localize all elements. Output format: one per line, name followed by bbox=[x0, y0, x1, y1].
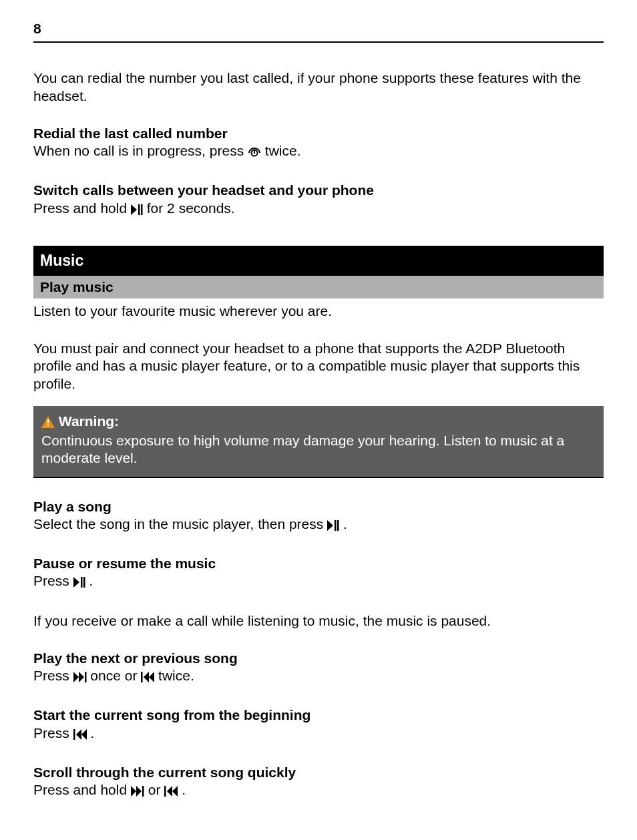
scroll-block: Scroll through the current song quickly … bbox=[33, 764, 604, 801]
restart-block: Start the current song from the beginnin… bbox=[33, 706, 604, 744]
svg-rect-12 bbox=[81, 577, 83, 588]
svg-marker-27 bbox=[167, 786, 172, 797]
intro-paragraph: You can redial the number you last calle… bbox=[33, 69, 604, 105]
redial-text-after: twice. bbox=[265, 143, 301, 158]
play-pause-icon bbox=[327, 517, 339, 535]
svg-marker-24 bbox=[136, 786, 142, 797]
play-song-after: . bbox=[343, 516, 347, 532]
svg-rect-20 bbox=[73, 729, 75, 740]
svg-rect-13 bbox=[83, 577, 85, 588]
svg-marker-28 bbox=[172, 786, 178, 797]
switch-text-before: Press and hold bbox=[33, 200, 131, 216]
svg-marker-2 bbox=[131, 204, 137, 215]
next-track-icon bbox=[73, 669, 87, 686]
warning-label: Warning: bbox=[59, 413, 119, 429]
warning-header: Warning: bbox=[41, 413, 596, 432]
pause-line: Press . bbox=[33, 572, 604, 592]
svg-rect-25 bbox=[142, 786, 144, 797]
svg-marker-21 bbox=[76, 729, 81, 740]
pause-after: . bbox=[89, 573, 93, 588]
svg-rect-10 bbox=[337, 520, 339, 531]
restart-before: Press bbox=[33, 725, 73, 741]
svg-marker-22 bbox=[81, 729, 87, 740]
call-pause-paragraph: If you receive or make a call while list… bbox=[33, 612, 604, 630]
svg-marker-15 bbox=[79, 672, 84, 682]
play-song-block: Play a song Select the song in the music… bbox=[33, 498, 604, 536]
pause-before: Press bbox=[33, 573, 73, 588]
restart-heading: Start the current song from the beginnin… bbox=[33, 706, 604, 724]
play-pause-icon bbox=[131, 202, 143, 219]
section-music: Music bbox=[33, 246, 604, 276]
svg-rect-4 bbox=[141, 204, 143, 215]
svg-rect-9 bbox=[335, 520, 337, 531]
svg-marker-14 bbox=[73, 672, 79, 682]
warning-body: Continuous exposure to high volume may d… bbox=[41, 432, 596, 467]
switch-block: Switch calls between your headset and yo… bbox=[33, 182, 604, 219]
next-track-icon bbox=[131, 783, 144, 801]
svg-marker-19 bbox=[149, 672, 154, 682]
next-prev-heading: Play the next or previous song bbox=[33, 650, 604, 667]
switch-line: Press and hold for 2 seconds. bbox=[33, 200, 604, 219]
power-key-icon bbox=[248, 144, 261, 162]
scroll-p1: Press and hold bbox=[33, 782, 131, 797]
warning-triangle-icon bbox=[41, 415, 55, 432]
play-song-before: Select the song in the music player, the… bbox=[33, 516, 327, 532]
redial-heading: Redial the last called number bbox=[33, 125, 604, 142]
manual-page: 8 You can redial the number you last cal… bbox=[0, 0, 637, 840]
play-music-line: Listen to your favourite music wherever … bbox=[33, 302, 604, 320]
scroll-line: Press and hold or . bbox=[33, 781, 604, 801]
svg-rect-26 bbox=[164, 786, 166, 797]
scroll-p2: or bbox=[148, 782, 165, 797]
redial-line: When no call is in progress, press twice… bbox=[33, 142, 604, 162]
prev-track-icon bbox=[164, 783, 178, 801]
restart-after: . bbox=[90, 725, 94, 741]
play-song-heading: Play a song bbox=[33, 498, 604, 515]
next-prev-block: Play the next or previous song Press onc… bbox=[33, 650, 604, 687]
play-song-line: Select the song in the music player, the… bbox=[33, 515, 604, 535]
next-prev-p1: Press bbox=[33, 668, 73, 683]
pause-heading: Pause or resume the music bbox=[33, 555, 604, 572]
prev-track-icon bbox=[141, 669, 154, 686]
restart-line: Press . bbox=[33, 724, 604, 744]
switch-text-after: for 2 seconds. bbox=[147, 200, 235, 216]
svg-rect-7 bbox=[47, 425, 49, 426]
prev-track-icon bbox=[73, 726, 87, 744]
switch-heading: Switch calls between your headset and yo… bbox=[33, 182, 604, 199]
svg-rect-17 bbox=[141, 672, 143, 682]
subsection-play-music: Play music bbox=[33, 276, 604, 298]
next-prev-p2: once or bbox=[90, 668, 141, 683]
play-pause-icon bbox=[73, 574, 85, 592]
svg-marker-8 bbox=[327, 520, 333, 531]
svg-marker-23 bbox=[131, 786, 136, 797]
warning-box: Warning: Continuous exposure to high vol… bbox=[33, 406, 604, 478]
page-number: 8 bbox=[33, 20, 604, 43]
redial-text-before: When no call is in progress, press bbox=[33, 143, 248, 158]
pause-block: Pause or resume the music Press . bbox=[33, 555, 604, 592]
scroll-p3: . bbox=[182, 782, 186, 797]
scroll-heading: Scroll through the current song quickly bbox=[33, 764, 604, 781]
next-prev-p3: twice. bbox=[158, 668, 194, 683]
svg-marker-11 bbox=[73, 577, 79, 588]
play-music-paragraph: You must pair and connect your headset t… bbox=[33, 340, 604, 393]
redial-block: Redial the last called number When no ca… bbox=[33, 125, 604, 162]
svg-rect-6 bbox=[47, 419, 49, 423]
svg-rect-3 bbox=[138, 204, 140, 215]
svg-marker-18 bbox=[144, 672, 149, 682]
svg-rect-16 bbox=[85, 672, 87, 682]
next-prev-line: Press once or twice. bbox=[33, 667, 604, 686]
